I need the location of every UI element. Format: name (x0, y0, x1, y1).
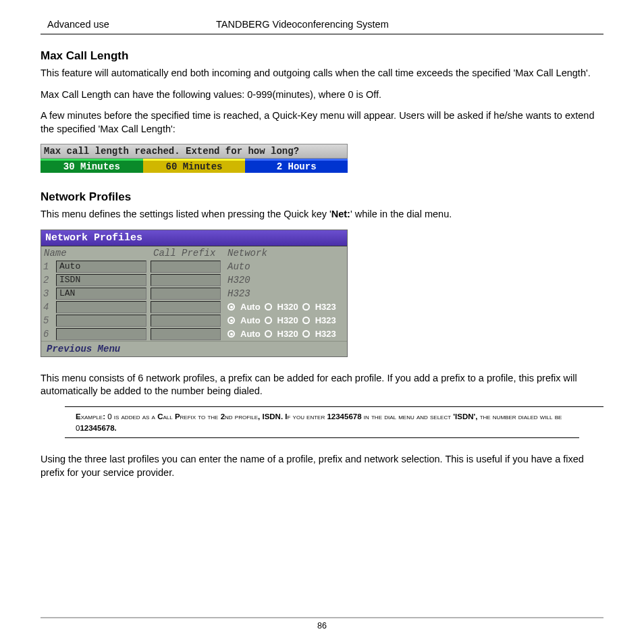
quickkey-60min-button[interactable]: 60 Minutes (143, 159, 246, 173)
np-network-label: Auto (225, 260, 347, 273)
example-text: Example: 0 is added as a Call Prefix to … (76, 411, 579, 433)
page-footer: 86 (41, 617, 603, 630)
np-panel-title: Network Profiles (41, 230, 347, 246)
np-after-text: This menu consists of 6 network profiles… (41, 372, 603, 398)
np-network-radios[interactable]: AutoH320H323 (225, 314, 347, 327)
np-after2-text: Using the three last profiles you can en… (41, 453, 603, 479)
quickkey-2hours-button[interactable]: 2 Hours (245, 159, 348, 173)
radio-label: H320 (277, 329, 298, 339)
max-call-p3: A few minutes before the specified time … (41, 109, 603, 136)
network-profiles-intro: This menu defines the settings listed wh… (41, 208, 603, 221)
np-prefix-input[interactable] (151, 301, 221, 313)
radio-label: Auto (240, 315, 261, 325)
radio-label: H320 (277, 315, 298, 325)
np-name-input[interactable]: Auto (56, 261, 146, 273)
np-col-name: Name (41, 246, 151, 260)
np-intro-key: Net: (331, 209, 350, 219)
header-center: TANDBERG Videoconferencing System (216, 19, 597, 30)
page-number: 86 (317, 621, 327, 630)
np-row-num: 1 (41, 260, 56, 273)
np-row-num: 4 (41, 300, 56, 314)
quickkey-title: Max call length reached. Extend for how … (41, 144, 348, 159)
radio-icon[interactable] (227, 303, 235, 311)
np-name-input[interactable]: ISDN (56, 274, 146, 286)
max-call-length-heading: Max Call Length (41, 49, 603, 63)
np-intro-pre: This menu defines the settings listed wh… (41, 209, 331, 219)
radio-icon[interactable] (265, 330, 272, 338)
radio-label: H323 (315, 302, 336, 312)
np-prefix-input[interactable] (151, 274, 221, 286)
max-call-p2: Max Call Length can have the following v… (41, 88, 603, 102)
np-col-network: Network (225, 246, 347, 260)
radio-icon[interactable] (265, 317, 272, 324)
radio-icon[interactable] (265, 303, 272, 311)
radio-icon[interactable] (227, 330, 235, 338)
radio-icon[interactable] (302, 303, 310, 311)
np-network-radios[interactable]: AutoH320H323 (225, 300, 347, 314)
radio-label: H320 (277, 302, 298, 312)
radio-icon[interactable] (302, 330, 310, 338)
np-intro-post: ' while in the dial menu. (350, 209, 452, 219)
np-row-num: 5 (41, 314, 56, 327)
network-profiles-panel: Network Profiles NameCall PrefixNetwork1… (41, 230, 348, 357)
quickkey-panel: Max call length reached. Extend for how … (41, 144, 348, 173)
radio-icon[interactable] (302, 317, 310, 324)
np-network-label: H320 (225, 273, 347, 287)
example-rule-top (65, 406, 603, 407)
np-network-radios[interactable]: AutoH320H323 (225, 327, 347, 341)
np-prefix-input[interactable] (151, 328, 221, 340)
quickkey-30min-button[interactable]: 30 Minutes (41, 159, 143, 173)
np-prefix-input[interactable] (151, 315, 221, 327)
np-prefix-input[interactable] (151, 288, 221, 300)
header-rule (41, 34, 603, 34)
header-left: Advanced use (47, 19, 216, 30)
np-name-input[interactable] (56, 315, 146, 327)
max-call-p1: This feature will automatically end both… (41, 67, 603, 80)
np-prefix-input[interactable] (151, 261, 221, 273)
np-network-label: H323 (225, 287, 347, 300)
np-row-num: 2 (41, 273, 56, 287)
radio-label: H323 (315, 315, 336, 325)
radio-label: Auto (240, 329, 261, 339)
network-profiles-heading: Network Profiles (41, 190, 603, 204)
page-header: Advanced use TANDBERG Videoconferencing … (41, 19, 603, 34)
np-name-input[interactable]: LAN (56, 288, 146, 300)
np-col-prefix: Call Prefix (151, 246, 225, 260)
np-name-input[interactable] (56, 328, 146, 340)
np-name-input[interactable] (56, 301, 146, 313)
radio-label: Auto (240, 302, 261, 312)
radio-label: H323 (315, 329, 336, 339)
previous-menu-button[interactable]: Previous Menu (41, 341, 347, 356)
radio-icon[interactable] (227, 317, 235, 324)
np-row-num: 3 (41, 287, 56, 300)
example-rule-bottom (65, 437, 579, 438)
np-row-num: 6 (41, 327, 56, 341)
